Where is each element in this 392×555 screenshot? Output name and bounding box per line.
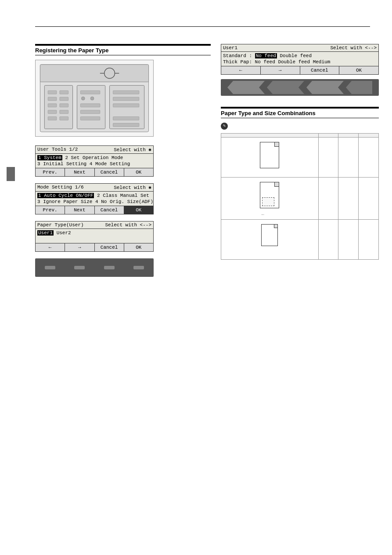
lcd-mode-setting-highlight: 1 Auto Cycle ON/OFF bbox=[37, 193, 94, 198]
svg-rect-20 bbox=[80, 110, 100, 114]
svg-rect-24 bbox=[113, 104, 139, 107]
table-row2-label: ··· bbox=[221, 178, 319, 220]
svg-rect-14 bbox=[48, 117, 57, 120]
table-row2-cola bbox=[318, 178, 338, 220]
section2-header: Paper Type and Size Combinations bbox=[221, 107, 379, 118]
table-row-1 bbox=[221, 138, 379, 178]
lcd-user1-buttons[interactable]: ← → Cancel OK bbox=[221, 66, 378, 74]
svg-rect-13 bbox=[60, 110, 68, 114]
lcd-paper-type-title: Paper Type(User) Select with <--> bbox=[36, 221, 153, 229]
table-col-header-2 bbox=[338, 134, 359, 138]
svg-rect-6 bbox=[48, 91, 57, 94]
lcd-mode-setting-cancel-btn[interactable]: Cancel bbox=[95, 206, 124, 214]
lcd-paper-type-user2: User2 bbox=[57, 230, 71, 236]
svg-rect-12 bbox=[48, 110, 57, 114]
svg-rect-15 bbox=[60, 117, 68, 120]
top-rule bbox=[35, 26, 370, 27]
user-btn-panel bbox=[35, 258, 154, 277]
table-row3-colb bbox=[338, 220, 359, 260]
lcd-paper-type-row1: User1 User2 bbox=[37, 230, 151, 236]
lcd-user-tools-title: User Tools 1/2 Select with ✱ bbox=[36, 146, 153, 154]
lcd-paper-type-title-text: Paper Type(User) bbox=[37, 222, 84, 228]
svg-rect-8 bbox=[48, 97, 57, 101]
table-row1-colb bbox=[338, 138, 359, 178]
svg-marker-30 bbox=[346, 81, 372, 94]
lcd-mode-setting-row2-text: 3 Ignore Paper Size 4 No Orig. Size(ADF) bbox=[37, 199, 153, 204]
lcd-paper-type-ok-btn[interactable]: OK bbox=[124, 243, 153, 251]
lcd-paper-type-left-btn[interactable]: ← bbox=[36, 243, 65, 251]
lcd-user-tools-ok-btn[interactable]: OK bbox=[124, 168, 153, 176]
note-icon: ✎ bbox=[221, 123, 228, 130]
lcd-user1: User1 Select with <--> Standard : No fee… bbox=[221, 44, 379, 75]
svg-marker-28 bbox=[267, 81, 304, 94]
table-row3-label bbox=[221, 220, 319, 260]
user-btn-3 bbox=[104, 266, 115, 269]
lcd-mode-setting-buttons[interactable]: Prev. Next Cancel OK bbox=[36, 206, 153, 214]
svg-rect-9 bbox=[60, 97, 68, 101]
paper-type-table: ··· bbox=[221, 133, 379, 260]
lcd-user1-right-btn[interactable]: → bbox=[261, 66, 300, 74]
table-row-3 bbox=[221, 220, 379, 260]
svg-rect-21 bbox=[80, 117, 100, 120]
lcd-paper-type-body: User1 User2 bbox=[36, 229, 153, 243]
lcd-mode-setting-ok-btn[interactable]: OK bbox=[124, 206, 153, 214]
user-btn-1 bbox=[45, 266, 55, 269]
lcd-user-tools-prev-btn[interactable]: Prev. bbox=[36, 168, 65, 176]
lcd-mode-setting-row2: 3 Ignore Paper Size 4 No Orig. Size(ADF) bbox=[37, 199, 151, 205]
table-row1-colc bbox=[359, 138, 379, 178]
left-column: Registering the Paper Type bbox=[35, 44, 211, 277]
lcd-user-tools-buttons[interactable]: Prev. Next Cancel OK bbox=[36, 168, 153, 176]
lcd-paper-type-cancel-btn[interactable]: Cancel bbox=[95, 243, 124, 251]
svg-rect-10 bbox=[48, 104, 57, 107]
section1-header: Registering the Paper Type bbox=[35, 44, 211, 55]
lcd-user1-left-btn[interactable]: ← bbox=[221, 66, 261, 74]
lcd-mode-setting-subtitle: Select with ✱ bbox=[114, 185, 151, 190]
svg-rect-19 bbox=[80, 104, 100, 107]
lcd-mode-setting-title: Mode Setting 1/6 Select with ✱ bbox=[36, 184, 153, 192]
table-row1-cola bbox=[318, 138, 338, 178]
lcd-user1-title-text: User1 bbox=[223, 45, 237, 51]
svg-rect-16 bbox=[80, 91, 100, 94]
lcd-user-tools-title-text: User Tools 1/2 bbox=[37, 147, 78, 152]
lcd-user-tools-row2-text: 3 Initial Setting 4 Mode Setting bbox=[37, 161, 130, 167]
lcd-user1-subtitle: Select with <--> bbox=[330, 45, 377, 51]
table-row3-colc bbox=[359, 220, 379, 260]
lcd-user1-cancel-btn[interactable]: Cancel bbox=[300, 66, 340, 74]
lcd-mode-setting-next-btn[interactable]: Next bbox=[65, 206, 94, 214]
lcd-paper-type-subtitle: Select with <--> bbox=[105, 222, 151, 228]
page: Registering the Paper Type bbox=[0, 0, 392, 555]
svg-marker-29 bbox=[306, 81, 344, 94]
lcd-mode-setting-row1: 1 Auto Cycle ON/OFF 2 Class Manual Set bbox=[37, 192, 151, 199]
svg-rect-25 bbox=[113, 117, 139, 120]
table-row1-label bbox=[221, 138, 319, 178]
copier-image bbox=[35, 60, 154, 137]
lcd-user-tools-row2: 3 Initial Setting 4 Mode Setting bbox=[37, 161, 151, 167]
svg-rect-1 bbox=[40, 65, 148, 82]
lcd-mode-setting-prev-btn[interactable]: Prev. bbox=[36, 206, 65, 214]
user-btn-2 bbox=[74, 266, 85, 269]
lcd-paper-type-buttons[interactable]: ← → Cancel OK bbox=[36, 243, 153, 251]
table-row2-colb bbox=[338, 178, 359, 220]
lcd-paper-type-right-btn[interactable]: → bbox=[65, 243, 94, 251]
table-row3-cola bbox=[318, 220, 338, 260]
table-row-2: ··· bbox=[221, 178, 379, 220]
lcd-mode-setting-title-text: Mode Setting 1/6 bbox=[37, 185, 84, 190]
user-btn-4 bbox=[133, 266, 144, 269]
section2: Paper Type and Size Combinations ✎ bbox=[221, 107, 379, 260]
lcd-user-tools-next-btn[interactable]: Next bbox=[65, 168, 94, 176]
table-col-header-1 bbox=[318, 134, 338, 138]
svg-rect-11 bbox=[60, 104, 68, 107]
lcd-user-tools-body: 1 System 2 Set Operation Mode 3 Initial … bbox=[36, 154, 153, 168]
lcd-paper-type: Paper Type(User) Select with <--> User1 … bbox=[35, 221, 154, 252]
svg-rect-22 bbox=[113, 91, 139, 94]
right-column: User1 Select with <--> Standard : No fee… bbox=[221, 44, 379, 260]
table-col-header-3 bbox=[359, 134, 379, 138]
lcd-user-tools-cancel-btn[interactable]: Cancel bbox=[95, 168, 124, 176]
lcd-user1-row2: Thick Pap: No feed Double feed Medium bbox=[223, 59, 377, 65]
svg-rect-26 bbox=[113, 123, 139, 127]
lcd-user1-ok-btn[interactable]: OK bbox=[339, 66, 378, 74]
lcd-mode-setting: Mode Setting 1/6 Select with ✱ 1 Auto Cy… bbox=[35, 183, 154, 214]
lcd-user1-title: User1 Select with <--> bbox=[221, 44, 378, 52]
lcd-paper-type-spacer bbox=[37, 236, 151, 242]
svg-marker-27 bbox=[227, 81, 265, 94]
